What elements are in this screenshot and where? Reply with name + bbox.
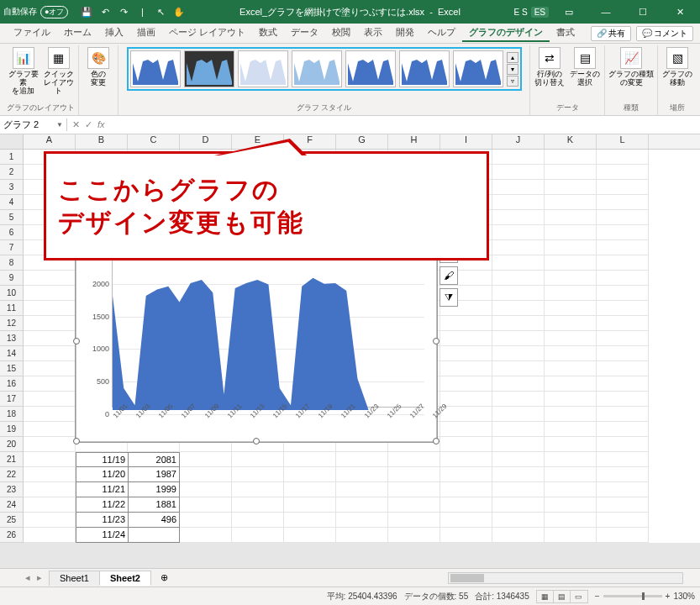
cell[interactable] bbox=[388, 497, 440, 513]
zoom-in-icon[interactable]: + bbox=[666, 592, 671, 601]
cell[interactable] bbox=[597, 467, 649, 482]
tab-書式[interactable]: 書式 bbox=[550, 24, 582, 42]
tab-ヘルプ[interactable]: ヘルプ bbox=[421, 24, 462, 42]
table-row[interactable]: 11/24 bbox=[76, 528, 180, 543]
cell[interactable] bbox=[545, 195, 597, 210]
cell[interactable] bbox=[492, 482, 545, 497]
cell[interactable] bbox=[284, 497, 336, 513]
cell[interactable] bbox=[597, 407, 649, 422]
cells-area[interactable]: ここからグラフの デザイン変更も可能 + 🖌 ⧩ 05001 bbox=[24, 150, 649, 543]
cell[interactable] bbox=[336, 467, 388, 482]
user-badge[interactable]: ES bbox=[531, 7, 549, 18]
cell[interactable] bbox=[492, 346, 545, 361]
cell[interactable] bbox=[24, 392, 76, 407]
horizontal-scrollbar[interactable] bbox=[448, 572, 683, 584]
cell[interactable] bbox=[388, 513, 440, 528]
table-row[interactable]: 11/201987 bbox=[76, 467, 180, 482]
cell[interactable] bbox=[492, 528, 545, 543]
cell[interactable] bbox=[388, 452, 440, 467]
cell[interactable] bbox=[492, 513, 545, 528]
cell[interactable] bbox=[336, 497, 388, 513]
minimize-icon[interactable]: — bbox=[589, 0, 623, 24]
col-header-L[interactable]: L bbox=[597, 134, 649, 149]
page-break-view-button[interactable]: ▭ bbox=[571, 591, 587, 602]
row-header-22[interactable]: 22 bbox=[0, 467, 24, 482]
style-more[interactable]: ▿ bbox=[507, 76, 518, 87]
row-header-17[interactable]: 17 bbox=[0, 392, 24, 407]
autosave-toggle[interactable]: 自動保存 ● オフ bbox=[3, 6, 68, 18]
move-chart-button[interactable]: ▧ グラフの移動 bbox=[661, 47, 693, 87]
cell[interactable] bbox=[545, 392, 597, 407]
cell[interactable] bbox=[545, 271, 597, 286]
col-header-B[interactable]: B bbox=[76, 134, 128, 149]
row-header-25[interactable]: 25 bbox=[0, 513, 24, 528]
row-header-18[interactable]: 18 bbox=[0, 407, 24, 422]
cell[interactable] bbox=[545, 482, 597, 497]
cell[interactable] bbox=[597, 482, 649, 497]
cell[interactable] bbox=[545, 407, 597, 422]
cell[interactable] bbox=[597, 210, 649, 225]
cell[interactable] bbox=[492, 392, 545, 407]
cell[interactable] bbox=[492, 210, 545, 225]
date-cell[interactable]: 11/19 bbox=[76, 452, 128, 467]
cell[interactable] bbox=[24, 376, 76, 392]
chart-style-7[interactable] bbox=[453, 50, 503, 87]
cell[interactable] bbox=[232, 528, 284, 543]
select-data-button[interactable]: ▤ データの選択 bbox=[569, 47, 601, 87]
cell[interactable] bbox=[545, 422, 597, 437]
value-cell[interactable]: 496 bbox=[128, 513, 180, 528]
cell[interactable] bbox=[440, 452, 492, 467]
tab-ホーム[interactable]: ホーム bbox=[57, 24, 98, 42]
zoom-control[interactable]: − + 130% bbox=[595, 592, 695, 601]
cell[interactable] bbox=[492, 376, 545, 392]
cell[interactable] bbox=[492, 361, 545, 376]
ribbon-options-icon[interactable]: ▭ bbox=[552, 0, 586, 24]
cursor-icon[interactable]: ↖ bbox=[154, 5, 167, 18]
style-scroll-up[interactable]: ▴ bbox=[507, 52, 518, 63]
cell[interactable] bbox=[492, 422, 545, 437]
tab-挿入[interactable]: 挿入 bbox=[98, 24, 130, 42]
row-header-11[interactable]: 11 bbox=[0, 301, 24, 316]
cell[interactable] bbox=[492, 452, 545, 467]
cell[interactable] bbox=[545, 361, 597, 376]
cell[interactable] bbox=[24, 467, 76, 482]
cell[interactable] bbox=[597, 165, 649, 180]
share-button[interactable]: 🔗 共有 bbox=[591, 26, 631, 41]
normal-view-button[interactable]: ▦ bbox=[537, 591, 554, 602]
cancel-fx-icon[interactable]: ✕ bbox=[72, 119, 80, 130]
chart-filter-button[interactable]: ⧩ bbox=[439, 288, 458, 307]
chart-style-6[interactable] bbox=[399, 50, 450, 87]
row-header-12[interactable]: 12 bbox=[0, 316, 24, 331]
chart-style-2[interactable] bbox=[184, 50, 234, 87]
row-header-26[interactable]: 26 bbox=[0, 528, 24, 543]
chart-style-5[interactable] bbox=[345, 50, 396, 87]
add-sheet-button[interactable]: ⊕ bbox=[150, 571, 171, 585]
cell[interactable] bbox=[284, 452, 336, 467]
chart-styles-button[interactable]: 🖌 bbox=[439, 266, 458, 285]
cell[interactable] bbox=[440, 482, 492, 497]
resize-handle[interactable] bbox=[253, 438, 260, 445]
cell[interactable] bbox=[180, 528, 232, 543]
col-header-C[interactable]: C bbox=[128, 134, 180, 149]
chart-object[interactable]: + 🖌 ⧩ 05001000150020002500 11/0111/0311/… bbox=[76, 240, 437, 442]
change-colors-button[interactable]: 🎨 色の変更 bbox=[82, 47, 114, 87]
cell[interactable] bbox=[597, 195, 649, 210]
enter-fx-icon[interactable]: ✓ bbox=[85, 119, 92, 130]
sheet-tab-Sheet2[interactable]: Sheet2 bbox=[99, 571, 151, 586]
tab-数式[interactable]: 数式 bbox=[252, 24, 284, 42]
table-row[interactable]: 11/192081 bbox=[76, 452, 180, 467]
undo-icon[interactable]: ↶ bbox=[98, 5, 112, 18]
cell[interactable] bbox=[24, 528, 76, 543]
row-header-23[interactable]: 23 bbox=[0, 482, 24, 497]
row-header-14[interactable]: 14 bbox=[0, 346, 24, 361]
cell[interactable] bbox=[545, 316, 597, 331]
cell[interactable] bbox=[597, 286, 649, 301]
tab-校閲[interactable]: 校閲 bbox=[325, 24, 357, 42]
value-cell[interactable]: 2081 bbox=[128, 452, 180, 467]
cell[interactable] bbox=[597, 331, 649, 346]
cell[interactable] bbox=[492, 195, 545, 210]
row-header-5[interactable]: 5 bbox=[0, 210, 24, 225]
row-header-2[interactable]: 2 bbox=[0, 165, 24, 180]
row-header-6[interactable]: 6 bbox=[0, 225, 24, 240]
cell[interactable] bbox=[336, 513, 388, 528]
